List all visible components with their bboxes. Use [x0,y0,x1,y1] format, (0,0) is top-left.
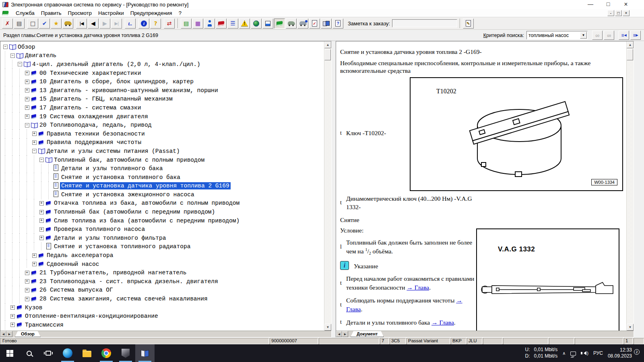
tree-item-label[interactable]: 19 Система охлаждения двигателя [38,113,149,120]
book-green-button[interactable] [274,19,285,29]
search-criteria-combobox[interactable]: топливный насос ▼ [526,31,588,39]
warning-button[interactable] [239,19,250,29]
tree-item[interactable]: +17 Двигатель - система смазки [0,103,324,112]
expand-icon[interactable]: + [38,227,45,232]
menu-item-предупреждения[interactable]: Предупреждения [127,9,175,17]
scroll-up-icon[interactable]: ▲ [324,41,331,48]
tree-item-label[interactable]: 00 Технические характеристики [38,70,142,77]
expand-icon[interactable]: + [23,297,31,301]
tree-item-label[interactable]: 15 Двигатель - ГБЦ, клапанный механизм [38,95,174,103]
document-menu-icon[interactable] [2,11,9,15]
tree-item-label[interactable]: Снятие и установка топливного бака [60,174,182,181]
expand-icon[interactable]: + [23,105,31,110]
tree-item[interactable]: +Сдвоенный насос [0,260,324,269]
tree-item[interactable]: +Кузов [0,303,324,312]
nav-back-button[interactable]: ◀ [88,19,99,29]
tree-item-label[interactable]: Топливный бак, автомобили с полным приво… [53,156,206,164]
tree-item[interactable]: −Двигатель [0,51,324,60]
tab-document[interactable]: Документ [351,331,384,337]
clock-widget[interactable]: 12:33 08.09.2023 [608,347,632,359]
expand-icon[interactable]: + [23,88,31,93]
tree-item[interactable]: −4-цил. дизельный двигатель (2,0 л, 4-кл… [0,60,324,69]
order-note-button[interactable]: ✎ [463,19,474,29]
tree-item-label[interactable]: 20 Топливоподача, педаль, привод [38,121,153,129]
scroll-down-icon[interactable]: ▼ [627,324,634,331]
expand-icon[interactable]: + [23,288,31,292]
tree-item[interactable]: +Детали и узлы топливного фильтра [0,234,324,243]
nav-first-button[interactable]: |◀ [76,19,87,29]
menu-item-настройки[interactable]: Настройки [95,9,127,17]
expand-icon[interactable]: + [9,323,16,327]
scroll-up-icon[interactable]: ▲ [627,41,634,48]
new-document-button[interactable]: □ [27,19,38,29]
volume-icon[interactable]: ) [581,351,588,356]
tree-item[interactable]: −Детали и узлы системы питания (Passat) [0,147,324,156]
scroll-down-icon[interactable]: ▼ [324,324,331,331]
maximize-button[interactable]: □ [604,1,613,8]
menu-item-просмотр[interactable]: Просмотр [65,9,95,17]
tab-overview[interactable]: Обзор [15,331,41,337]
document-green-button[interactable]: ▤ [181,19,192,29]
tree-item-label[interactable]: 21 Турбонагнетатель, приводной нагнетате… [38,269,188,276]
tree-item-label[interactable]: 10 Двигатель в сборе, блок цилиндров, ка… [38,78,195,85]
tree-item[interactable]: Детали и узлы топливного бака [0,164,324,173]
collapse-icon[interactable]: − [38,158,45,162]
tab-scroll-left-icon[interactable]: ◀ [336,331,342,337]
menu-item-?[interactable]: ? [175,9,185,17]
tree-item[interactable]: +23 Топливоподача - сист. впрыска дизель… [0,277,324,286]
tree-item[interactable]: +28 Система зажигания, система свечей на… [0,294,324,303]
expand-icon[interactable]: + [9,305,16,310]
tree-item[interactable]: +26 Система выпуска ОГ [0,286,324,295]
tree-item-label[interactable]: Откачка топлива из бака, автомобили с по… [53,200,241,207]
expand-icon[interactable]: + [23,71,31,75]
tree-item[interactable]: Снятие и установка топливного радиатора [0,243,324,251]
document-help-button[interactable]: ? [332,19,343,29]
expand-icon[interactable]: + [23,279,31,284]
tree-item-label[interactable]: Топливный бак (автомобили с передним при… [53,208,216,216]
close-button[interactable]: × [621,1,630,8]
window-half-button[interactable] [262,19,273,29]
expand-icon[interactable]: + [23,114,31,119]
exit-button[interactable]: ✗ [2,19,13,29]
taskbar-chrome-button[interactable] [97,344,116,362]
language-indicator[interactable]: РУС [593,350,603,356]
tree-item[interactable]: +Топливный бак (автомобили с передним пр… [0,208,324,216]
tree-item-label[interactable]: Детали и узлы топливного бака [60,165,164,172]
tree-item[interactable]: +Трансмиссия [0,321,324,329]
tree-item[interactable]: −Топливный бак, автомобили с полным прив… [0,156,324,165]
document-check-button[interactable]: ✔ [39,19,50,29]
car-parts-button[interactable] [286,19,297,29]
taskbar-elsa-button[interactable] [135,344,155,362]
collapse-icon[interactable]: − [9,53,16,58]
window-grid-button[interactable]: ▦ [192,19,203,29]
tree-item-label[interactable]: Кузов [24,304,44,311]
tree-item[interactable]: Снятие и установка эжекционного насоса [0,190,324,199]
globe-button[interactable] [251,19,262,29]
expand-icon[interactable]: + [31,140,38,145]
expand-icon[interactable]: + [38,210,45,214]
expand-icon[interactable]: + [31,262,38,266]
tree-item-label[interactable]: 23 Топливоподача - сист. впрыска дизельн… [38,278,219,285]
tree-item-label[interactable]: Отопление-вентиляция-кондиционирование [24,313,159,320]
tree-item[interactable]: +Правила поддержания чистоты [0,138,324,147]
tab-scroll-left-icon[interactable]: ◀ [0,331,6,337]
tree-item-label[interactable]: 28 Система зажигания, система свечей нак… [38,295,209,302]
tree-scrollbar[interactable]: ▲ ▼ [324,41,331,331]
menu-item-служба[interactable]: Служба [12,9,38,17]
tree-item[interactable]: +Проверка топливного насоса [0,225,324,234]
expand-list-button[interactable]: ≡▶ [630,31,641,40]
tree-item-label[interactable]: Проверка топливного насоса [53,226,146,233]
person-button[interactable] [204,19,215,29]
panel-splitter[interactable] [332,41,336,337]
chapter-link[interactable]: → Глава [407,284,429,291]
book-red-button[interactable] [216,19,227,29]
info-button[interactable]: i [138,19,149,29]
chapter-link[interactable]: → Глава [431,319,454,326]
help-button[interactable]: ? [150,19,161,29]
tree-item-label[interactable]: Двигатель [24,52,58,59]
jump-to-button[interactable]: t.. [125,19,136,29]
tree-item[interactable]: −Обзор [0,43,324,51]
expand-icon[interactable]: + [23,271,31,275]
tree-item[interactable]: Снятие и установка датчика уровня топлив… [0,182,324,191]
collapse-icon[interactable]: − [31,149,38,153]
